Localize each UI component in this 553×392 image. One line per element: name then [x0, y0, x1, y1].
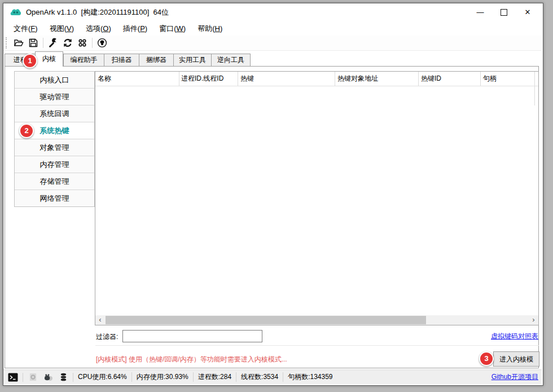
plugins-icon[interactable] — [77, 38, 87, 49]
status-process-count: 进程数:284 — [193, 372, 236, 382]
tab-kernel[interactable]: 内核 — [35, 51, 63, 67]
sidebar-item-storage[interactable]: 存储管理 — [15, 173, 94, 190]
github-project-link[interactable]: Github开源项目 — [491, 372, 538, 382]
tab-utilities[interactable]: 实用工具 — [173, 54, 211, 67]
scrollbar-thumb[interactable] — [106, 316, 426, 324]
menu-item-view[interactable]: 视图(V) — [46, 22, 78, 36]
tab-coderhelper[interactable]: 编程助手 — [63, 54, 104, 67]
menu-item-window[interactable]: 窗口(W) — [155, 22, 190, 36]
column-divider[interactable] — [179, 72, 179, 86]
minimize-icon: — — [477, 8, 484, 16]
toolbar — [3, 36, 542, 51]
window-title: OpenArk v1.1.0 [构建:202011191100] 64位 — [26, 7, 169, 17]
tab-bundler[interactable]: 捆绑器 — [139, 54, 173, 67]
scroll-right-button[interactable]: › — [529, 315, 538, 325]
menu-bar: 文件(F) 视图(V) 选项(O) 插件(P) 窗口(W) 帮助(H) — [3, 21, 542, 36]
status-memory-usage: 内存使用:30.93% — [131, 372, 193, 382]
maximize-button[interactable] — [492, 3, 516, 21]
annotation-badge-2: 2 — [19, 124, 34, 138]
hotkeys-table[interactable]: 名称 进程ID.线程ID 热键 热键对象地址 热键ID 句柄 — [95, 71, 539, 325]
menu-item-plugins[interactable]: 插件(P) — [119, 22, 151, 36]
column-header-object-addr[interactable]: 热键对象地址 — [337, 72, 378, 86]
screen: OpenArk v1.1.0 [构建:202011191100] 64位 — ✕… — [0, 0, 553, 392]
gear-file-icon[interactable] — [27, 372, 38, 382]
sidebar-item-network[interactable]: 网络管理 — [15, 190, 94, 206]
column-header-pid-tid[interactable]: 进程ID.线程ID — [181, 72, 223, 86]
status-handle-count: 句柄数:134359 — [283, 372, 337, 382]
column-header-handle[interactable]: 句柄 — [483, 72, 497, 86]
minimize-button[interactable]: — — [468, 3, 492, 21]
tab-reverse[interactable]: 逆向工具 — [211, 54, 251, 67]
tab-bar: 进程 内核 编程助手 扫描器 捆绑器 实用工具 逆向工具 — [5, 51, 539, 67]
sidebar-item-drivers[interactable]: 驱动管理 — [15, 89, 94, 105]
filter-input[interactable] — [122, 330, 262, 342]
kernel-sidebar: 内核入口 驱动管理 系统回调 系统热键 对象管理 内存管理 存储管理 网络管理 — [14, 71, 95, 207]
scrollbar-track[interactable] — [105, 315, 529, 325]
toolbar-separator — [92, 38, 93, 48]
close-button[interactable]: ✕ — [516, 3, 539, 21]
refresh-icon[interactable] — [62, 38, 73, 49]
kernel-mode-notice: [内核模式] 使用（热键/回调/内存）等功能时需要进入内核模式... — [96, 355, 287, 364]
annotation-badge-3: 3 — [479, 351, 494, 366]
column-header-hotkey-id[interactable]: 热键ID — [421, 72, 441, 86]
sidebar-item-objects[interactable]: 对象管理 — [15, 139, 94, 156]
status-cpu-usage: CPU使用:6.64% — [73, 372, 131, 382]
column-divider[interactable] — [418, 72, 419, 86]
open-file-icon[interactable] — [13, 38, 24, 49]
menu-item-file[interactable]: 文件(F) — [10, 22, 42, 36]
sidebar-item-kernel-entry[interactable]: 内核入口 — [15, 72, 94, 89]
column-divider[interactable] — [534, 72, 535, 105]
title-bar[interactable]: OpenArk v1.1.0 [构建:202011191100] 64位 — ✕ — [3, 3, 542, 21]
annotation-badge-1: 1 — [23, 54, 37, 68]
save-icon[interactable] — [28, 38, 38, 49]
paw-icon[interactable] — [42, 372, 54, 382]
close-icon: ✕ — [525, 8, 531, 16]
toolbar-grip — [6, 37, 9, 49]
scroll-left-button[interactable]: ‹ — [95, 315, 105, 325]
column-divider[interactable] — [335, 72, 335, 86]
status-bar: CPU使用:6.64% 内存使用:30.93% 进程数:284 线程数:3534… — [3, 369, 542, 384]
status-thread-count: 线程数:3534 — [236, 372, 283, 382]
virtual-keycode-link[interactable]: 虚拟键码对照表 — [491, 332, 538, 341]
menu-item-options[interactable]: 选项(O) — [82, 22, 115, 36]
window-controls: — ✕ — [468, 3, 539, 21]
maximize-icon — [501, 9, 507, 16]
menu-item-help[interactable]: 帮助(H) — [194, 22, 226, 36]
table-header: 名称 进程ID.线程ID 热键 热键对象地址 热键ID 句柄 — [95, 72, 538, 86]
column-header-hotkey[interactable]: 热键 — [240, 72, 254, 86]
filter-label: 过滤器: — [96, 331, 118, 343]
toolbar-separator — [43, 38, 43, 48]
wrench-icon[interactable] — [47, 38, 58, 49]
column-header-name[interactable]: 名称 — [98, 72, 111, 86]
sidebar-item-memory[interactable]: 内存管理 — [15, 156, 94, 173]
column-divider[interactable] — [480, 72, 481, 86]
horizontal-scrollbar[interactable]: ‹ › — [95, 315, 538, 325]
sidebar-item-callbacks[interactable]: 系统回调 — [15, 105, 94, 122]
console-icon[interactable] — [7, 372, 19, 382]
openark-logo-icon — [10, 8, 21, 17]
github-icon[interactable] — [96, 38, 107, 49]
column-divider[interactable] — [238, 72, 238, 86]
enter-kernel-mode-button[interactable]: 进入内核模式 — [493, 351, 539, 367]
panel-divider — [95, 345, 539, 346]
tab-scanner[interactable]: 扫描器 — [104, 54, 139, 67]
statusbar-separator — [23, 373, 23, 382]
coil-icon[interactable] — [58, 372, 69, 382]
